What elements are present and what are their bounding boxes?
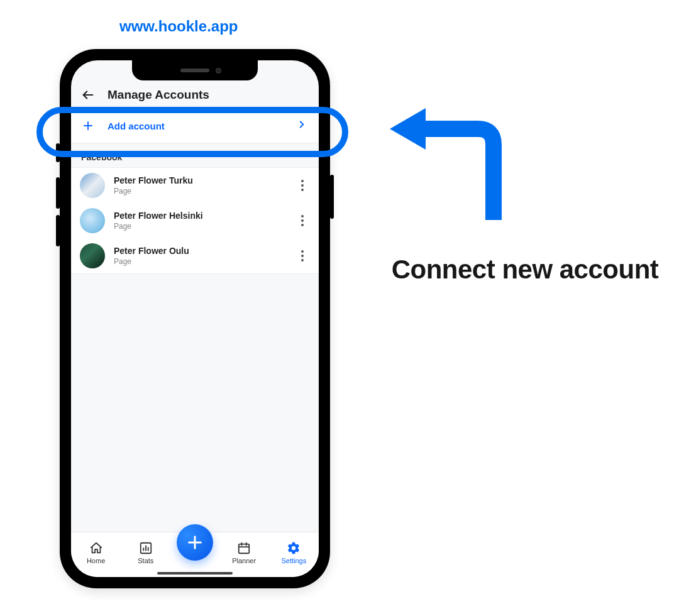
phone-side-button — [56, 143, 60, 162]
account-row[interactable]: Peter Flower Turku Page — [71, 168, 319, 203]
account-subtitle: Page — [114, 187, 295, 195]
calendar-icon — [237, 541, 251, 555]
phone-screen: Manage Accounts Add account Facebook Pet… — [71, 60, 319, 577]
add-account-row[interactable]: Add account — [71, 108, 319, 143]
account-row[interactable]: Peter Flower Oulu Page — [71, 238, 319, 273]
phone-frame: Manage Accounts Add account Facebook Pet… — [60, 49, 330, 588]
back-button[interactable] — [81, 88, 95, 102]
account-name: Peter Flower Helsinki — [114, 211, 295, 221]
phone-speaker — [180, 69, 209, 72]
plus-icon — [186, 534, 204, 551]
stats-icon — [139, 541, 153, 555]
svg-rect-9 — [239, 544, 250, 554]
gear-icon — [287, 541, 301, 555]
phone-camera — [216, 68, 221, 74]
callout-arrow-icon — [387, 101, 512, 226]
plus-icon — [82, 120, 94, 131]
nav-label: Planner — [232, 557, 256, 564]
callout-text: Connect new account — [390, 255, 660, 285]
chevron-right-icon — [296, 119, 307, 133]
phone-side-button — [56, 215, 60, 246]
arrow-left-icon — [81, 88, 95, 102]
phone-side-button — [56, 177, 60, 209]
fab-new-post[interactable] — [177, 524, 213, 561]
avatar — [80, 173, 105, 198]
section-header-facebook: Facebook — [71, 143, 319, 167]
nav-label: Stats — [138, 557, 153, 564]
nav-label: Home — [87, 557, 105, 564]
more-menu-button[interactable] — [295, 248, 310, 263]
svg-marker-13 — [390, 108, 426, 150]
url-label: www.hookle.app — [119, 18, 238, 35]
account-text: Peter Flower Turku Page — [114, 175, 295, 195]
nav-home[interactable]: Home — [77, 541, 115, 564]
account-text: Peter Flower Oulu Page — [114, 246, 295, 266]
account-text: Peter Flower Helsinki Page — [114, 211, 295, 231]
account-list: Peter Flower Turku Page Peter Flower Hel… — [71, 167, 319, 274]
page-title: Manage Accounts — [108, 88, 209, 102]
phone-side-button — [330, 175, 334, 219]
account-subtitle: Page — [114, 222, 295, 231]
add-account-label: Add account — [108, 121, 296, 131]
bottom-nav: Home Stats Planner Setti — [71, 532, 319, 577]
more-menu-button[interactable] — [295, 178, 310, 193]
nav-label: Settings — [281, 557, 306, 564]
avatar — [80, 208, 105, 233]
avatar — [80, 243, 105, 268]
more-menu-button[interactable] — [295, 213, 310, 228]
account-subtitle: Page — [114, 257, 295, 266]
account-row[interactable]: Peter Flower Helsinki Page — [71, 203, 319, 238]
account-name: Peter Flower Turku — [114, 175, 295, 185]
home-indicator — [157, 572, 233, 575]
account-name: Peter Flower Oulu — [114, 246, 295, 256]
home-icon — [89, 541, 103, 555]
nav-settings[interactable]: Settings — [275, 541, 312, 564]
nav-stats[interactable]: Stats — [127, 541, 165, 564]
nav-planner[interactable]: Planner — [225, 541, 263, 564]
phone-notch — [132, 60, 258, 80]
